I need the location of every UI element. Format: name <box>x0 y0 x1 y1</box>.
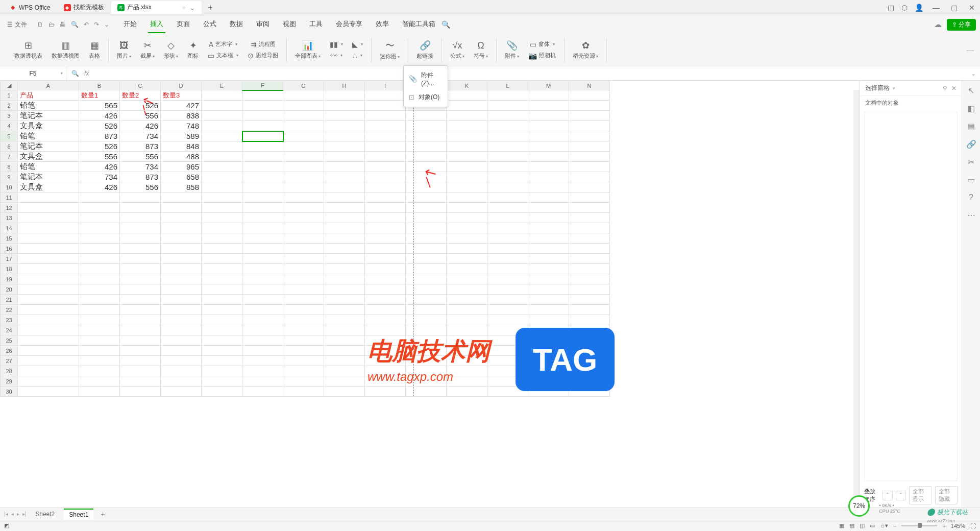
cell[interactable] <box>487 284 528 295</box>
row-header[interactable]: 17 <box>1 254 18 264</box>
cell[interactable] <box>447 274 487 284</box>
cell[interactable] <box>406 325 447 335</box>
collapse-ribbon-icon[interactable]: — <box>967 46 974 54</box>
selection-pane-list[interactable] <box>864 112 958 481</box>
cell[interactable] <box>242 295 283 305</box>
cell[interactable] <box>365 325 406 335</box>
cell[interactable]: 858 <box>161 182 202 192</box>
cell[interactable] <box>569 141 610 152</box>
cell[interactable] <box>569 295 610 305</box>
cell[interactable]: 838 <box>161 111 202 121</box>
cell[interactable]: 873 <box>79 131 120 141</box>
first-sheet-icon[interactable]: |◂ <box>4 511 8 517</box>
cell[interactable] <box>202 325 242 335</box>
cell[interactable]: 数量3 <box>161 90 202 101</box>
cell[interactable] <box>365 131 406 141</box>
cell[interactable] <box>406 121 447 131</box>
cell[interactable] <box>18 305 79 315</box>
open-icon[interactable]: 🗁 <box>48 21 55 28</box>
cell[interactable] <box>283 244 324 254</box>
cell[interactable] <box>202 233 242 244</box>
row-header[interactable]: 15 <box>1 233 18 244</box>
cell[interactable] <box>528 101 569 111</box>
row-header[interactable]: 2 <box>1 101 18 111</box>
cell[interactable] <box>120 192 161 203</box>
shapes-button[interactable]: ◇形状▾ <box>161 39 181 61</box>
cell[interactable] <box>120 325 161 335</box>
cell[interactable] <box>406 315 447 325</box>
cell[interactable] <box>365 264 406 274</box>
cell[interactable] <box>569 223 610 233</box>
cell[interactable] <box>569 305 610 315</box>
dropdown-icon[interactable]: ▾ <box>893 86 895 91</box>
cell[interactable] <box>365 111 406 121</box>
cell[interactable] <box>365 192 406 203</box>
cell[interactable] <box>202 192 242 203</box>
cell[interactable] <box>79 192 120 203</box>
cell[interactable] <box>569 233 610 244</box>
cell[interactable] <box>18 295 79 305</box>
cell[interactable] <box>242 315 283 325</box>
cell[interactable] <box>406 295 447 305</box>
cell[interactable] <box>79 376 120 387</box>
cell[interactable]: 965 <box>161 162 202 172</box>
cell[interactable] <box>161 366 202 376</box>
close-pane-icon[interactable]: ✕ <box>951 85 957 92</box>
cell[interactable] <box>283 376 324 387</box>
col-header-a[interactable]: A <box>18 81 79 90</box>
cell[interactable] <box>365 182 406 192</box>
cell[interactable] <box>447 101 487 111</box>
cell[interactable] <box>324 213 365 223</box>
cell[interactable] <box>161 346 202 356</box>
cell[interactable] <box>283 90 324 101</box>
cell[interactable] <box>365 315 406 325</box>
cell[interactable] <box>18 274 79 284</box>
symbol-button[interactable]: Ω符号▾ <box>471 39 491 61</box>
cell[interactable] <box>487 101 528 111</box>
cell[interactable] <box>202 101 242 111</box>
cell[interactable] <box>202 223 242 233</box>
cell[interactable]: 734 <box>120 131 161 141</box>
mindmap-button[interactable]: ⊙思维导图 <box>244 51 281 61</box>
cell[interactable] <box>487 172 528 182</box>
cell[interactable] <box>242 335 283 346</box>
layout-tool-icon[interactable]: ▤ <box>967 122 975 131</box>
cell[interactable]: 488 <box>161 152 202 162</box>
cell[interactable] <box>324 376 365 387</box>
view-reading-icon[interactable]: ▭ <box>870 522 875 529</box>
cell[interactable] <box>528 192 569 203</box>
cell[interactable] <box>18 366 79 376</box>
cell[interactable] <box>528 233 569 244</box>
cell[interactable] <box>242 366 283 376</box>
cell[interactable] <box>406 152 447 162</box>
share-tool-icon[interactable]: 🔗 <box>966 139 976 149</box>
cell[interactable] <box>18 335 79 346</box>
cell[interactable] <box>487 305 528 315</box>
cell[interactable] <box>365 223 406 233</box>
cell[interactable] <box>447 223 487 233</box>
cell[interactable] <box>242 213 283 223</box>
cell[interactable]: 426 <box>79 182 120 192</box>
row-header[interactable]: 25 <box>1 335 18 346</box>
cell[interactable] <box>528 203 569 213</box>
pin-icon[interactable]: ⚲ <box>943 85 947 92</box>
row-header[interactable]: 22 <box>1 305 18 315</box>
cell[interactable] <box>18 192 79 203</box>
cell[interactable]: 文具盒 <box>18 182 79 192</box>
preview-icon[interactable]: 🔍 <box>71 21 79 28</box>
cell[interactable] <box>324 172 365 182</box>
row-header[interactable]: 23 <box>1 315 18 325</box>
cell[interactable] <box>487 254 528 264</box>
cell[interactable] <box>242 284 283 295</box>
col-header-d[interactable]: D <box>161 81 202 90</box>
performance-indicator[interactable]: 72% <box>848 495 870 517</box>
cell[interactable] <box>528 182 569 192</box>
cell[interactable] <box>447 90 487 101</box>
cell[interactable] <box>202 182 242 192</box>
cell[interactable] <box>569 203 610 213</box>
cell[interactable] <box>79 264 120 274</box>
line-chart-button[interactable]: 〰▾ <box>327 51 346 61</box>
cell[interactable] <box>528 111 569 121</box>
cell[interactable] <box>406 192 447 203</box>
tools-icon[interactable]: ✂ <box>968 157 974 167</box>
